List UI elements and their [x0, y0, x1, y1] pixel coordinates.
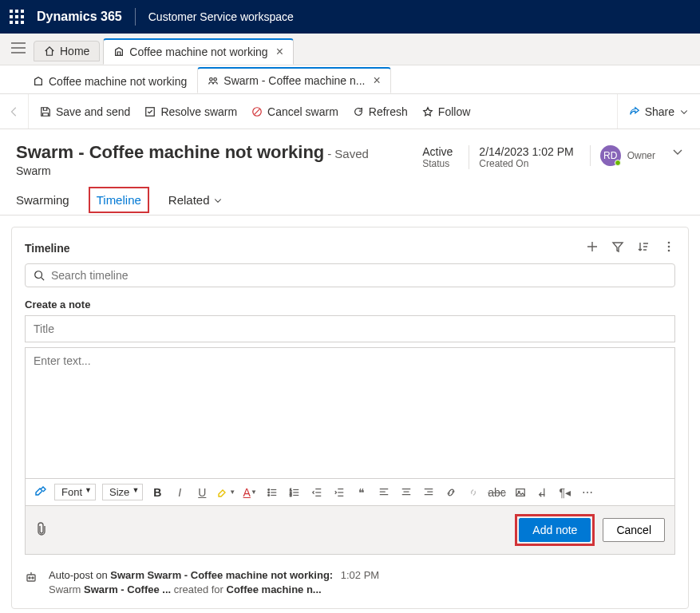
resolve-swarm-button[interactable]: Resolve swarm: [144, 105, 237, 118]
outdent-button[interactable]: [309, 484, 325, 500]
owner-avatar[interactable]: RD: [600, 145, 621, 166]
highlight-button[interactable]: ▼: [216, 484, 235, 500]
ltr-button[interactable]: [535, 484, 551, 500]
svg-point-9: [668, 246, 670, 248]
chevron-down-icon: [679, 107, 689, 117]
owner-label: Owner: [627, 150, 655, 161]
sub-tab-swarm-label: Swarm - Coffee machine n...: [223, 74, 365, 87]
save-and-send-button[interactable]: Save and send: [40, 105, 130, 118]
sub-tab-swarm[interactable]: Swarm - Coffee machine n... ×: [197, 67, 391, 93]
attach-button[interactable]: [35, 522, 48, 539]
italic-button[interactable]: I: [172, 484, 188, 500]
status-field-label: Status: [422, 158, 453, 169]
refresh-icon: [353, 106, 364, 117]
share-button[interactable]: Share: [617, 94, 700, 129]
more-vertical-icon: [662, 240, 675, 253]
align-center-button[interactable]: [398, 484, 414, 500]
timeline-card: Timeline Create a note: [11, 227, 689, 609]
presence-indicator: [615, 160, 621, 166]
cancel-icon: [251, 106, 263, 117]
share-label: Share: [645, 105, 674, 118]
command-bar: Save and send Resolve swarm Cancel swarm…: [0, 94, 700, 129]
record-header: Swarm - Coffee machine not working - Sav…: [0, 129, 700, 185]
svg-point-10: [668, 250, 670, 252]
back-button[interactable]: [0, 94, 29, 129]
align-left-button[interactable]: [376, 484, 392, 500]
add-button[interactable]: [586, 240, 599, 255]
unlink-button[interactable]: [465, 484, 481, 500]
close-icon[interactable]: ×: [276, 45, 283, 59]
filter-button[interactable]: [611, 240, 624, 255]
tab-timeline[interactable]: Timeline: [89, 187, 149, 213]
svg-point-15: [268, 494, 270, 496]
rtl-button[interactable]: ¶◂: [557, 484, 573, 500]
paperclip-icon: [35, 522, 48, 536]
underline-button[interactable]: U: [194, 484, 210, 500]
strikethrough-button[interactable]: abc: [488, 484, 506, 500]
note-title-input[interactable]: [25, 315, 675, 342]
search-timeline-box[interactable]: [25, 263, 675, 287]
size-selector[interactable]: Size ▼: [102, 484, 143, 500]
nav-divider: [135, 8, 136, 26]
svg-line-7: [255, 109, 259, 113]
align-right-button[interactable]: [421, 484, 437, 500]
tab-swarming[interactable]: Swarming: [16, 185, 69, 215]
section-tabs: Swarming Timeline Related: [0, 185, 700, 216]
filter-icon: [611, 240, 624, 253]
svg-point-8: [668, 242, 670, 244]
entity-label: Swarm: [16, 164, 403, 177]
home-tab[interactable]: Home: [34, 41, 100, 61]
svg-point-14: [268, 492, 270, 493]
note-body-input[interactable]: [25, 347, 675, 479]
more-format-button[interactable]: ⋯: [579, 484, 595, 500]
sub-tab-case[interactable]: Coffee machine not working: [22, 69, 197, 93]
robot-icon: [25, 569, 38, 595]
bold-button[interactable]: B: [149, 484, 165, 500]
save-icon: [40, 106, 51, 117]
more-button[interactable]: [662, 240, 675, 255]
expand-header-button[interactable]: [671, 145, 684, 160]
close-icon[interactable]: ×: [373, 73, 380, 88]
plus-icon: [586, 240, 599, 253]
chevron-down-icon: [213, 196, 223, 205]
star-icon: [422, 106, 433, 117]
status-value: Active: [422, 145, 453, 158]
auto-post-entry: Auto-post on Swarm Swarm - Coffee machin…: [25, 569, 675, 595]
sort-button[interactable]: [637, 240, 650, 255]
tab-related[interactable]: Related: [168, 185, 223, 215]
font-selector[interactable]: Font ▼: [54, 484, 96, 500]
text-color-button[interactable]: A▼: [242, 484, 258, 500]
share-icon: [629, 106, 640, 117]
refresh-label: Refresh: [369, 105, 408, 118]
search-timeline-input[interactable]: [51, 269, 666, 282]
svg-text:3: 3: [290, 493, 292, 497]
svg-line-12: [42, 278, 45, 281]
cancel-note-button[interactable]: Cancel: [603, 518, 665, 542]
quote-button[interactable]: ❝: [354, 484, 370, 500]
created-on-value: 2/14/2023 1:02 PM: [479, 145, 573, 158]
cancel-swarm-label: Cancel swarm: [267, 105, 338, 118]
indent-button[interactable]: [331, 484, 347, 500]
image-button[interactable]: [512, 484, 528, 500]
svg-rect-5: [146, 107, 155, 116]
created-on-label: Created On: [479, 158, 573, 169]
bullet-list-button[interactable]: [264, 484, 280, 500]
numbered-list-button[interactable]: 123: [287, 484, 303, 500]
timeline-header: Timeline: [25, 242, 70, 255]
app-launcher-icon[interactable]: [10, 10, 24, 24]
search-icon: [34, 270, 45, 281]
brand-label: Dynamics 365: [37, 10, 122, 24]
cancel-swarm-button[interactable]: Cancel swarm: [251, 105, 338, 118]
svg-point-3: [210, 78, 213, 81]
format-painter-button[interactable]: [32, 484, 48, 500]
add-note-button[interactable]: Add note: [519, 518, 591, 542]
auto-post-subject: Swarm Swarm - Coffee machine not working…: [110, 569, 333, 581]
global-nav-bar: Dynamics 365 Customer Service workspace: [0, 0, 700, 34]
follow-button[interactable]: Follow: [422, 105, 470, 118]
svg-point-4: [214, 78, 217, 81]
hamburger-icon[interactable]: [6, 38, 30, 61]
case-tab[interactable]: Coffee machine not working ×: [103, 38, 294, 65]
home-icon: [44, 45, 55, 57]
link-button[interactable]: [443, 484, 459, 500]
refresh-button[interactable]: Refresh: [353, 105, 408, 118]
